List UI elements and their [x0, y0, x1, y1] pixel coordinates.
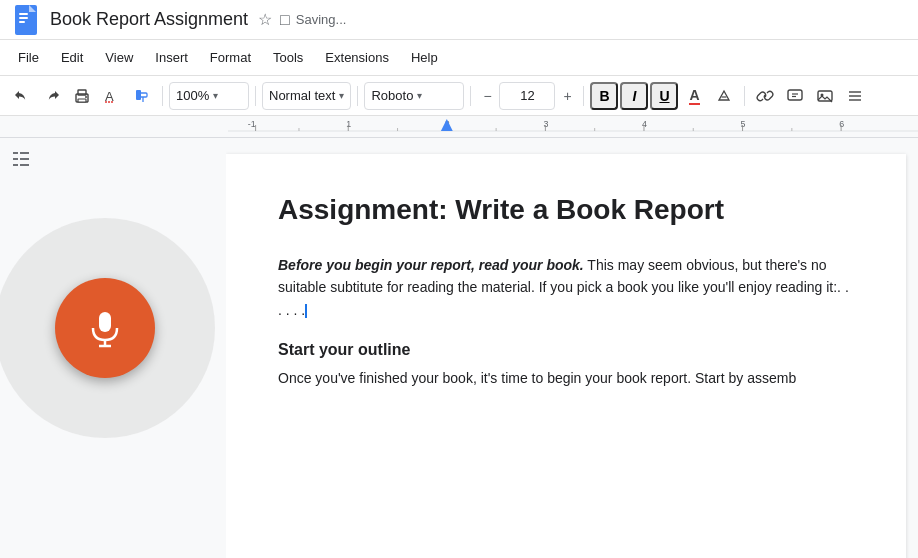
comment-button[interactable]	[781, 82, 809, 110]
divider-2	[255, 86, 256, 106]
main-area: Assignment: Write a Book Report Before y…	[0, 138, 918, 558]
text-color-icon: A	[689, 87, 699, 105]
doc-page: Assignment: Write a Book Report Before y…	[226, 154, 906, 558]
menu-help[interactable]: Help	[401, 46, 448, 69]
svg-rect-13	[788, 90, 802, 100]
svg-text:6: 6	[839, 119, 844, 129]
sidebar	[0, 138, 226, 558]
image-button[interactable]	[811, 82, 839, 110]
undo-button[interactable]	[8, 82, 36, 110]
svg-rect-21	[228, 116, 918, 135]
star-icon[interactable]: ☆	[258, 10, 272, 29]
spellcheck-button[interactable]: A	[98, 82, 126, 110]
menu-bar: File Edit View Insert Format Tools Exten…	[0, 40, 918, 76]
redo-button[interactable]	[38, 82, 66, 110]
drive-icon[interactable]: □	[280, 11, 290, 29]
font-dropdown[interactable]: Roboto ▾	[364, 82, 464, 110]
svg-text:4: 4	[642, 119, 647, 129]
print-button[interactable]	[68, 82, 96, 110]
menu-edit[interactable]: Edit	[51, 46, 93, 69]
svg-rect-10	[136, 90, 141, 100]
zoom-caret: ▾	[213, 90, 218, 101]
mic-icon	[83, 306, 127, 350]
saving-status: Saving...	[296, 12, 347, 27]
divider-1	[162, 86, 163, 106]
font-size-input[interactable]: 12	[499, 82, 555, 110]
style-label: Normal text	[269, 88, 335, 103]
text-cursor	[305, 304, 307, 318]
svg-text:1: 1	[346, 119, 351, 129]
font-label: Roboto	[371, 88, 413, 103]
menu-insert[interactable]: Insert	[145, 46, 198, 69]
voice-overlay	[0, 218, 215, 438]
svg-rect-50	[99, 312, 111, 332]
zoom-level: 100%	[176, 88, 209, 103]
svg-rect-1	[19, 13, 28, 15]
mic-button[interactable]	[55, 278, 155, 378]
svg-rect-6	[78, 99, 86, 102]
svg-rect-0	[15, 5, 37, 35]
menu-view[interactable]: View	[95, 46, 143, 69]
zoom-dropdown[interactable]: 100% ▾	[169, 82, 249, 110]
menu-file[interactable]: File	[8, 46, 49, 69]
doc-title: Assignment: Write a Book Report	[278, 194, 854, 226]
para1-bold-italic: Before you begin your report, read your …	[278, 257, 584, 273]
ruler: -1 1 2 3 4 5 6	[0, 116, 918, 138]
font-caret: ▾	[417, 90, 422, 101]
font-size-controls: − 12 +	[477, 82, 577, 110]
section1-para-text: Once you've finished your book, it's tim…	[278, 370, 796, 386]
divider-5	[583, 86, 584, 106]
divider-4	[470, 86, 471, 106]
doc-area: Assignment: Write a Book Report Before y…	[226, 138, 918, 558]
title-bar: Book Report Assignment ☆ □ Saving...	[0, 0, 918, 40]
bold-icon: B	[599, 88, 609, 104]
style-dropdown[interactable]: Normal text ▾	[262, 82, 351, 110]
menu-extensions[interactable]: Extensions	[315, 46, 399, 69]
toolbar: A 100% ▾ Normal text ▾ Roboto ▾ − 12 + B…	[0, 76, 918, 116]
svg-text:5: 5	[741, 119, 746, 129]
section1-title: Start your outline	[278, 341, 854, 359]
underline-icon: U	[659, 88, 669, 104]
svg-rect-2	[19, 17, 28, 19]
doc-icon	[12, 3, 40, 37]
divider-3	[357, 86, 358, 106]
title-icons: ☆ □	[258, 10, 290, 29]
style-caret: ▾	[339, 90, 344, 101]
link-button[interactable]	[751, 82, 779, 110]
italic-icon: I	[633, 88, 637, 104]
divider-6	[744, 86, 745, 106]
svg-point-7	[85, 96, 87, 98]
font-size-decrease[interactable]: −	[477, 86, 497, 106]
text-color-button[interactable]: A	[680, 82, 708, 110]
more-button[interactable]	[841, 82, 869, 110]
document-title: Book Report Assignment	[50, 9, 248, 30]
bold-button[interactable]: B	[590, 82, 618, 110]
font-size-value: 12	[520, 88, 534, 103]
paint-format-button[interactable]	[128, 82, 156, 110]
highlight-button[interactable]	[710, 82, 738, 110]
doc-para-1: Before you begin your report, read your …	[278, 254, 854, 321]
svg-rect-3	[19, 21, 25, 23]
italic-button[interactable]: I	[620, 82, 648, 110]
menu-tools[interactable]: Tools	[263, 46, 313, 69]
section1-para: Once you've finished your book, it's tim…	[278, 367, 854, 389]
svg-text:3: 3	[543, 119, 548, 129]
underline-button[interactable]: U	[650, 82, 678, 110]
svg-text:-1: -1	[248, 119, 256, 129]
menu-format[interactable]: Format	[200, 46, 261, 69]
font-size-increase[interactable]: +	[557, 86, 577, 106]
outline-icon[interactable]	[10, 148, 32, 175]
